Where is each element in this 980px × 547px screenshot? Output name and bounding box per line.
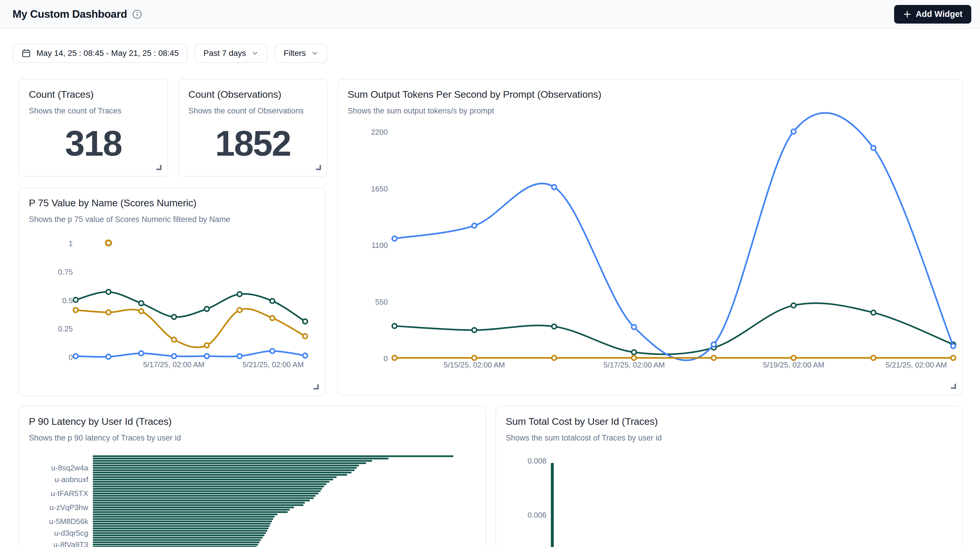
latency-bar	[93, 472, 352, 473]
widget-title: P 90 Latency by User Id (Traces)	[29, 416, 476, 427]
data-point-marker	[871, 355, 876, 360]
latency-bar	[93, 539, 261, 541]
widget-p75-by-name: P 75 Value by Name (Scores Numeric) Show…	[19, 187, 325, 396]
data-point-marker	[106, 310, 111, 315]
latency-bar	[93, 514, 277, 515]
axis-tick-label: u-8sq2w4a	[19, 463, 88, 472]
widget-count-observations: Count (Observations) Shows the count of …	[178, 79, 328, 177]
latency-bar	[93, 520, 272, 522]
axis-tick-label: u-d3qr5cg	[19, 529, 88, 537]
data-point-marker	[106, 240, 111, 246]
latency-bar	[93, 458, 388, 460]
chevron-down-icon	[251, 49, 259, 57]
widget-title: Sum Output Tokens Per Second by Prompt (…	[348, 89, 952, 100]
metric-value: 1852	[188, 123, 317, 164]
data-point-marker	[139, 309, 143, 314]
latency-bar	[93, 485, 324, 487]
line-chart	[395, 132, 953, 358]
latency-bar	[93, 479, 333, 480]
data-point-marker	[552, 355, 556, 360]
latency-bar	[93, 460, 372, 462]
widget-title: Count (Traces)	[29, 89, 158, 100]
latency-bar	[93, 483, 326, 485]
axis-tick-label: 0	[26, 353, 73, 361]
filter-toolbar: May 14, 25 : 08:45 - May 21, 25 : 08:45 …	[13, 44, 327, 63]
data-point-marker	[951, 344, 956, 348]
latency-bar	[93, 476, 337, 478]
range-preset-dropdown[interactable]: Past 7 days	[195, 44, 267, 63]
latency-bar	[93, 541, 259, 543]
axis-tick-label: 2200	[341, 128, 388, 136]
line-series	[395, 113, 953, 360]
axis-tick-label: 5/21/25, 02:00 AM	[242, 360, 304, 369]
widget-title: P 75 Value by Name (Scores Numeric)	[29, 197, 315, 209]
widget-subtitle: Shows the p 90 latency of Traces by user…	[29, 433, 476, 442]
widget-title: Sum Total Cost by User Id (Traces)	[506, 416, 952, 427]
widget-tokens-by-prompt: Sum Output Tokens Per Second by Prompt (…	[337, 79, 963, 395]
data-point-marker	[871, 146, 876, 151]
axis-tick-label: 5/17/25, 02:00 AM	[603, 360, 665, 369]
latency-bar	[93, 504, 303, 506]
data-point-marker	[172, 337, 177, 342]
resize-handle-icon[interactable]	[312, 383, 320, 391]
data-point-marker	[552, 185, 556, 189]
axis-tick-label: 5/19/25, 02:00 AM	[763, 360, 824, 369]
latency-bar	[93, 455, 453, 457]
latency-bar	[93, 509, 290, 511]
plus-icon	[903, 10, 912, 19]
data-point-marker	[871, 310, 876, 315]
latency-bar	[93, 544, 258, 545]
axis-tick-label: 5/15/25, 02:00 AM	[444, 360, 505, 369]
metric-value: 318	[29, 123, 158, 164]
data-point-marker	[791, 303, 796, 308]
data-point-marker	[791, 129, 796, 134]
data-point-marker	[791, 355, 796, 360]
data-point-marker	[392, 323, 397, 328]
latency-bar	[93, 528, 269, 529]
latency-bar	[93, 507, 294, 508]
page-header: My Custom Dashboard Add Widget	[0, 0, 980, 29]
data-point-marker	[270, 298, 275, 303]
latency-bar	[93, 530, 267, 531]
data-point-marker	[139, 351, 143, 355]
resize-handle-icon[interactable]	[949, 382, 957, 391]
axis-tick-label: 0.5	[26, 296, 73, 305]
data-point-marker	[106, 290, 111, 294]
calendar-icon	[21, 48, 31, 58]
data-point-marker	[392, 236, 397, 241]
filters-dropdown[interactable]: Filters	[275, 44, 327, 63]
latency-bar	[93, 523, 270, 525]
latency-bar	[93, 467, 356, 469]
axis-tick-label: 0.008	[500, 457, 546, 465]
resize-handle-icon[interactable]	[154, 163, 162, 172]
widget-subtitle: Shows the p 75 value of Scores Numeric f…	[29, 215, 315, 224]
data-point-marker	[73, 354, 78, 358]
add-widget-button[interactable]: Add Widget	[894, 5, 971, 24]
latency-bar	[93, 474, 347, 476]
widget-sum-cost: Sum Total Cost by User Id (Traces) Shows…	[496, 406, 963, 547]
cost-bar	[551, 463, 554, 547]
line-chart	[76, 243, 305, 357]
info-icon[interactable]	[132, 9, 142, 19]
data-point-marker	[172, 354, 177, 358]
data-point-marker	[303, 353, 307, 358]
data-point-marker	[303, 319, 307, 324]
latency-bar	[93, 493, 318, 494]
data-point-marker	[237, 308, 242, 312]
axis-tick-label: u-5M8D56k	[19, 517, 88, 526]
resize-handle-icon[interactable]	[314, 163, 322, 172]
latency-bar	[93, 497, 313, 499]
axis-tick-label: u-zVqP3hw	[19, 503, 88, 512]
latency-bar	[93, 495, 316, 497]
widget-subtitle: Shows the sum totalcost of Traces by use…	[506, 433, 952, 442]
add-widget-label: Add Widget	[916, 9, 963, 19]
axis-tick-label: u-tFAR5TX	[19, 489, 88, 498]
widget-subtitle: Shows the count of Observations	[188, 106, 317, 116]
widget-count-traces: Count (Traces) Shows the count of Traces…	[19, 79, 168, 177]
data-point-marker	[711, 355, 716, 360]
latency-bar	[93, 490, 321, 492]
data-point-marker	[472, 224, 477, 228]
data-point-marker	[270, 316, 275, 320]
axis-tick-label: 1100	[341, 241, 388, 250]
date-range-picker[interactable]: May 14, 25 : 08:45 - May 21, 25 : 08:45	[13, 44, 188, 63]
